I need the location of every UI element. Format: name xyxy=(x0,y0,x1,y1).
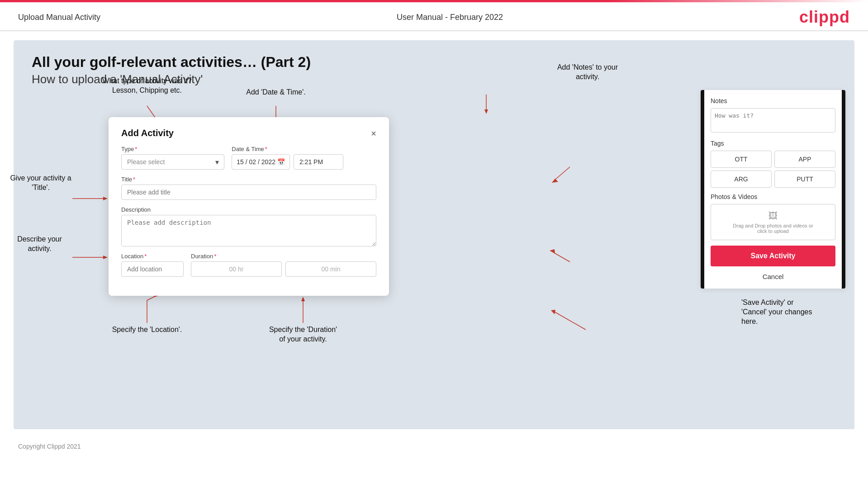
copyright: Copyright Clippd 2021 xyxy=(18,443,81,450)
description-group: Description xyxy=(121,206,376,246)
logo: clippd xyxy=(799,8,850,27)
tag-ott[interactable]: OTT xyxy=(711,151,772,168)
type-group: Type* Please select xyxy=(121,146,224,170)
svg-marker-9 xyxy=(103,256,108,259)
duration-hr-input[interactable] xyxy=(191,261,282,277)
type-select-wrapper: Please select xyxy=(121,154,224,170)
svg-marker-16 xyxy=(484,109,488,114)
save-activity-button[interactable]: Save Activity xyxy=(711,246,835,266)
type-label: Type* xyxy=(121,146,224,152)
svg-line-11 xyxy=(147,296,156,300)
description-label: Description xyxy=(121,206,376,213)
date-input[interactable]: 15 / 02 / 2022 📅 xyxy=(232,154,290,170)
modal-header: Add Activity × xyxy=(121,128,376,138)
notes-annotation: Add 'Notes' to your activity. xyxy=(542,63,633,82)
modal-title: Add Activity xyxy=(121,128,174,138)
datetime-label: Date & Time* xyxy=(232,146,376,152)
svg-marker-20 xyxy=(550,249,555,254)
svg-line-17 xyxy=(554,167,570,180)
upload-icon: 🖼 xyxy=(768,211,778,221)
modal-close-button[interactable]: × xyxy=(371,129,376,138)
duration-group-wrapper: Duration* xyxy=(191,253,376,277)
duration-inputs xyxy=(191,261,376,277)
tag-app[interactable]: APP xyxy=(774,151,835,168)
type-select[interactable]: Please select xyxy=(121,154,224,170)
duration-label: Duration* xyxy=(191,253,376,260)
photos-label: Photos & Videos xyxy=(711,193,835,200)
svg-line-19 xyxy=(554,253,570,262)
save-annotation: 'Save Activity' or 'Cancel' your changes… xyxy=(741,298,845,326)
tags-label: Tags xyxy=(711,140,835,147)
footer: Copyright Clippd 2021 xyxy=(0,438,868,455)
title-label: Title* xyxy=(121,176,376,183)
location-label: Location* xyxy=(121,253,184,260)
svg-line-21 xyxy=(554,312,586,330)
location-duration-row: Location* Duration* xyxy=(121,253,376,277)
page-title: Upload Manual Activity xyxy=(18,13,100,22)
duration-annotation: Specify the 'Duration' of your activity. xyxy=(251,325,355,344)
add-activity-modal: Add Activity × Type* Please select Date … xyxy=(109,117,389,296)
svg-marker-7 xyxy=(103,197,108,200)
svg-marker-14 xyxy=(301,297,305,301)
title-group: Title* xyxy=(121,176,376,200)
description-input[interactable] xyxy=(121,215,376,246)
duration-min-input[interactable] xyxy=(285,261,376,277)
title-annotation: Give your activity a 'Title'. xyxy=(5,174,77,193)
svg-marker-22 xyxy=(551,310,555,314)
location-annotation: Specify the 'Location'. xyxy=(102,325,192,335)
phone-inner: Notes Tags OTT APP ARG PUTT Photos & Vid… xyxy=(704,90,842,289)
tag-putt[interactable]: PUTT xyxy=(774,171,835,188)
location-input[interactable] xyxy=(121,261,184,277)
notes-label: Notes xyxy=(711,97,835,104)
date-annotation: Add 'Date & Time'. xyxy=(235,88,317,97)
type-datetime-row: Type* Please select Date & Time* 15 / 02… xyxy=(121,146,376,170)
notes-input[interactable] xyxy=(711,108,835,133)
heading-line1: All your golf-relevant activities… (Part… xyxy=(32,54,836,71)
cancel-button[interactable]: Cancel xyxy=(711,270,835,283)
location-group: Location* xyxy=(121,253,184,277)
calendar-icon: 📅 xyxy=(277,158,285,166)
time-input[interactable] xyxy=(294,154,343,170)
datetime-group: Date & Time* 15 / 02 / 2022 📅 xyxy=(232,146,376,170)
svg-marker-18 xyxy=(552,179,558,183)
phone-panel: Notes Tags OTT APP ARG PUTT Photos & Vid… xyxy=(701,90,845,289)
doc-subtitle: User Manual - February 2022 xyxy=(397,13,503,22)
upload-text: Drag and Drop photos and videos or click… xyxy=(733,223,813,234)
desc-annotation: Describe your activity. xyxy=(5,235,75,254)
datetime-inputs: 15 / 02 / 2022 📅 xyxy=(232,154,376,170)
tags-grid: OTT APP ARG PUTT xyxy=(711,151,835,188)
type-annotation: What type of activity was it? Lesson, Ch… xyxy=(102,76,192,95)
photos-upload-area[interactable]: 🖼 Drag and Drop photos and videos or cli… xyxy=(711,204,835,240)
tag-arg[interactable]: ARG xyxy=(711,171,772,188)
top-bar: Upload Manual Activity User Manual - Feb… xyxy=(0,2,868,31)
main-content: All your golf-relevant activities… (Part… xyxy=(14,40,854,429)
title-input[interactable] xyxy=(121,185,376,200)
